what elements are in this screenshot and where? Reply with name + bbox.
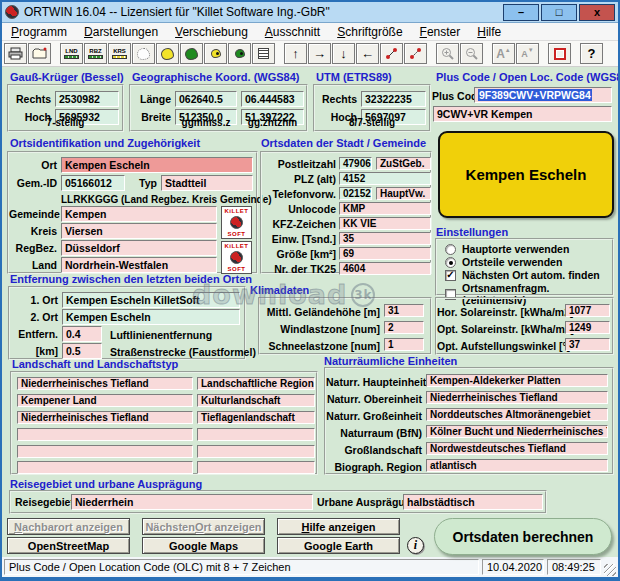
- resize-grip[interactable]: [604, 564, 616, 576]
- schneelast-field[interactable]: 1: [384, 338, 424, 351]
- landschaft-typ-5[interactable]: [197, 445, 315, 458]
- close-button[interactable]: x: [579, 4, 615, 21]
- radio-icon-hauptorte[interactable]: [445, 244, 456, 255]
- option-ortsteile[interactable]: Ortsteile verwenden: [445, 256, 562, 268]
- toolbar-outline-area-button[interactable]: [132, 43, 155, 64]
- land-field[interactable]: Nordrhein-Westfalen: [61, 257, 217, 273]
- toolbar-shift-right-button[interactable]: →: [308, 43, 331, 64]
- maximize-button[interactable]: □: [541, 4, 577, 21]
- geo-laenge-dms-field[interactable]: 062640.5: [175, 91, 237, 107]
- toolbar-shift-up-button[interactable]: ↑: [284, 43, 307, 64]
- opt-solar-field[interactable]: 1249: [565, 321, 610, 334]
- ort-field[interactable]: Kempen Escheln: [61, 157, 253, 173]
- typ-field[interactable]: Stadtteil: [161, 175, 253, 191]
- tk25-field[interactable]: 4604: [339, 262, 431, 275]
- minimize-button[interactable]: –: [503, 4, 539, 21]
- plz-extra-field[interactable]: ZuStGeb.: [376, 157, 431, 170]
- toolbar-place-yellow-button[interactable]: [204, 43, 227, 64]
- toolbar-list-button[interactable]: [252, 43, 275, 64]
- menu-fenster[interactable]: Fenster: [420, 25, 461, 39]
- ortsdaten-berechnen-button[interactable]: Ortsdaten berechnen: [434, 518, 612, 555]
- hor-solar-field[interactable]: 1077: [565, 304, 610, 317]
- checkbox-icon-naechster-ort[interactable]: [445, 270, 456, 281]
- hilfe-button[interactable]: Hilfe anzeigen: [277, 518, 400, 535]
- toolbar-help-button[interactable]: ?: [580, 43, 603, 64]
- gemid-field[interactable]: 05166012: [61, 175, 125, 191]
- landschaft-name-4[interactable]: [17, 428, 193, 441]
- toolbar-measure-button[interactable]: [380, 43, 403, 64]
- toolbar-print-button[interactable]: [4, 43, 27, 64]
- toolbar-area-green-button[interactable]: [180, 43, 203, 64]
- toolbar-kreis-button[interactable]: KRS: [108, 43, 131, 64]
- landschaft-name-3[interactable]: Niederrheinisches Tiefland: [17, 411, 193, 424]
- telefon-field[interactable]: 02152: [339, 187, 372, 200]
- menu-schriftgroesse[interactable]: Schriftgröße: [337, 25, 402, 39]
- openstreetmap-button[interactable]: OpenStreetMap: [7, 537, 130, 554]
- gemeinde-field[interactable]: Kempen: [61, 206, 217, 222]
- toolbar-open-button[interactable]: [28, 43, 51, 64]
- groesse-field[interactable]: 69: [339, 247, 431, 260]
- biogeo-region-field[interactable]: atlantisch: [426, 459, 608, 472]
- menu-darstellungen[interactable]: Darstellungen: [84, 25, 158, 39]
- google-maps-button[interactable]: Google Maps: [142, 537, 265, 554]
- landschaft-name-2[interactable]: Kempener Land: [17, 394, 193, 407]
- toolbar-land-button[interactable]: LND: [60, 43, 83, 64]
- ort1-field[interactable]: Kempen Escheln KilletSoft: [62, 292, 240, 308]
- landschaft-typ-3[interactable]: Tieflagenlandschaft: [197, 411, 315, 424]
- option-naechster-ort[interactable]: Nächsten Ort autom. finden: [445, 269, 600, 281]
- info-button[interactable]: i: [407, 537, 424, 554]
- toolbar-font-smaller-button[interactable]: A▼: [516, 43, 539, 64]
- toolbar-zoom-in-button[interactable]: [436, 43, 459, 64]
- landschaft-typ-1[interactable]: Landschaftliche Region: [197, 377, 315, 390]
- kfz-field[interactable]: KK VIE: [339, 217, 431, 230]
- landschaft-typ-2[interactable]: Kulturlandschaft: [197, 394, 315, 407]
- toolbar-shift-down-button[interactable]: ↓: [332, 43, 355, 64]
- toolbar-font-bigger-button[interactable]: A▲: [492, 43, 515, 64]
- killetsoft-logo-button[interactable]: KiLLET SOFT: [221, 206, 252, 239]
- radio-icon-ortsteile[interactable]: [445, 257, 456, 268]
- menu-ausschnitt[interactable]: Ausschnitt: [265, 25, 320, 39]
- toolbar-area-yellow-button[interactable]: [156, 43, 179, 64]
- toolbar-zoom-out-button[interactable]: [460, 43, 483, 64]
- gk-rechts-field[interactable]: 2530982: [55, 91, 119, 107]
- urban-field[interactable]: halbstädtisch: [403, 494, 543, 510]
- landschaft-name-5[interactable]: [17, 445, 193, 458]
- toolbar-place-green-button[interactable]: [228, 43, 251, 64]
- toolbar-regbez-button[interactable]: RBZ: [84, 43, 107, 64]
- landschaft-typ-6[interactable]: [197, 461, 315, 474]
- menu-programm[interactable]: Programm: [11, 25, 67, 39]
- unlocode-field[interactable]: KMP: [339, 202, 431, 215]
- menu-verschiebung[interactable]: Verschiebung: [175, 25, 248, 39]
- option-hauptorte[interactable]: Hauptorte verwenden: [445, 243, 569, 255]
- toolbar-measure2-button[interactable]: [404, 43, 427, 64]
- einwohner-field[interactable]: 35: [339, 232, 431, 245]
- naturraum-field[interactable]: Kölner Bucht und Niederrheinisches Tiefl: [426, 425, 608, 438]
- reisegebiet-field[interactable]: Niederrhein: [71, 494, 313, 510]
- toolbar-frame-button[interactable]: [548, 43, 571, 64]
- obereinheit-field[interactable]: Niederrheinisches Tiefland: [426, 391, 608, 404]
- aufstellwinkel-field[interactable]: 37: [565, 338, 610, 351]
- telefon-extra-field[interactable]: HauptVw.: [376, 187, 431, 200]
- landschaft-name-1[interactable]: Niederrheinisches Tiefland: [17, 377, 193, 390]
- gelaendehoehe-field[interactable]: 31: [384, 304, 424, 317]
- windlast-field[interactable]: 2: [384, 321, 424, 334]
- kreis-field[interactable]: Viersen: [61, 223, 217, 239]
- grosseinheit-field[interactable]: Norddeutsches Altmoränengebiet: [426, 408, 608, 421]
- strasse-field[interactable]: 0.5: [62, 343, 102, 359]
- menu-hilfe[interactable]: Hilfe: [477, 25, 501, 39]
- regbez-field[interactable]: Düsseldorf: [61, 240, 217, 256]
- naechster-ort-button[interactable]: Nächsten Ort anzeigen: [142, 518, 265, 535]
- ort2-field[interactable]: Kempen Escheln: [62, 309, 240, 325]
- pluscode-input[interactable]: 9F389CWV+VRPWG84: [474, 87, 612, 103]
- luftlinie-field[interactable]: 0.4: [62, 326, 102, 342]
- haupteinheit-field[interactable]: Kempen-Aldekerker Platten: [426, 374, 608, 387]
- plz-alt-field[interactable]: 4152: [339, 172, 431, 185]
- nachbarort-button[interactable]: Nachbarort anzeigen: [7, 518, 130, 535]
- landschaft-typ-4[interactable]: [197, 428, 315, 441]
- google-earth-button[interactable]: Google Earth: [277, 537, 400, 554]
- pluscode-short-field[interactable]: 9CWV+VR Kempen: [433, 106, 612, 122]
- utm-rechts-field[interactable]: 32322235: [361, 91, 426, 107]
- geo-laenge-dec-field[interactable]: 06.444583: [241, 91, 304, 107]
- toolbar-shift-left-button[interactable]: ←: [356, 43, 379, 64]
- landschaft-name-6[interactable]: [17, 461, 193, 474]
